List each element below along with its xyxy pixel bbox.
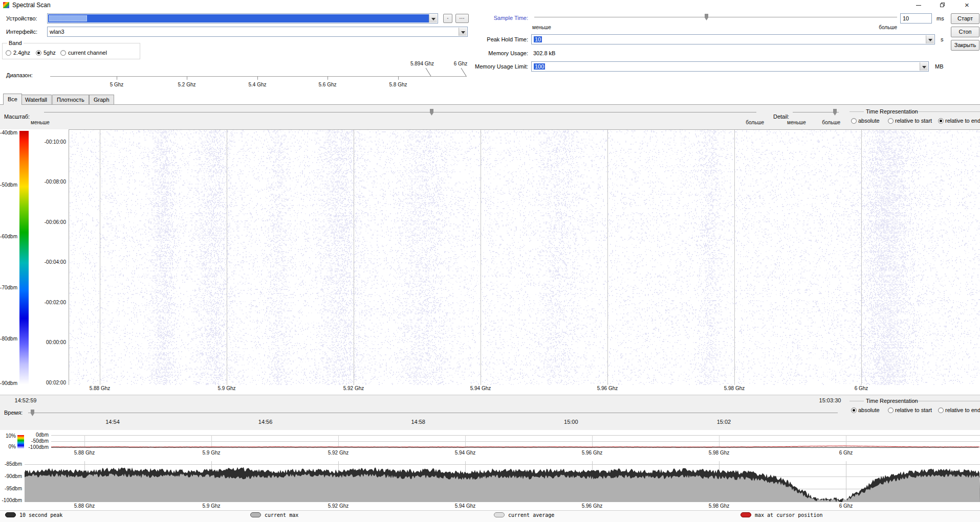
- sample-time-value: 10: [903, 15, 909, 21]
- tab-density[interactable]: Плотность: [52, 95, 89, 104]
- density-plot[interactable]: [51, 432, 980, 449]
- radio-top-absolute-label[interactable]: absolute: [858, 118, 880, 124]
- tab-waterfall[interactable]: Waterfall: [20, 95, 52, 104]
- density-freq-label: 6 Ghz: [825, 450, 866, 456]
- device-value: [49, 15, 87, 21]
- radio-bottom-relative-end-label[interactable]: relative to end: [945, 407, 980, 413]
- radio-top-relative-start-label[interactable]: relative to start: [895, 118, 932, 124]
- scale-more-label: больше: [742, 120, 764, 125]
- range-scale-tick-label: 5.4 Ghz: [237, 82, 278, 87]
- waterfall-time-label: 00:00:00: [30, 339, 66, 345]
- sample-time-slider-thumb[interactable]: [705, 14, 708, 20]
- range-tick: [117, 76, 117, 80]
- maximize-button[interactable]: [930, 0, 954, 10]
- scale-slider-track[interactable]: [44, 112, 756, 112]
- close-button[interactable]: Закрыть: [951, 40, 979, 51]
- memory-limit-dropdown-arrow[interactable]: [920, 62, 928, 71]
- radio-current-channel-label[interactable]: current channel: [68, 50, 107, 56]
- radio-top-relative-end-label[interactable]: relative to end: [945, 118, 980, 124]
- sample-time-value-field[interactable]: 10: [900, 13, 932, 24]
- range-scale-tick-label: 5 Ghz: [96, 82, 137, 87]
- waterfall-dbm-label: -40dbm: [0, 130, 17, 135]
- radio-5ghz-label[interactable]: 5ghz: [43, 50, 56, 56]
- waterfall-dbm-label: -70dbm: [0, 285, 17, 290]
- range-label: Диапазон:: [6, 72, 33, 78]
- tab-all[interactable]: Все: [3, 94, 22, 105]
- device-combobox[interactable]: [47, 13, 438, 24]
- radio-top-relative-start[interactable]: [888, 118, 894, 124]
- graph-freq-label: 5.96 Ghz: [572, 503, 613, 509]
- peak-hold-dropdown-arrow[interactable]: [926, 35, 934, 43]
- density-db-label: 0dbm: [27, 432, 49, 438]
- waterfall-time-label: 00:02:00: [30, 380, 66, 385]
- sample-time-slider-track[interactable]: [534, 17, 897, 17]
- density-db-label: -100dbm: [27, 444, 49, 450]
- waterfall-dbm-label: -90dbm: [0, 380, 17, 386]
- start-button[interactable]: Старт: [951, 13, 979, 24]
- waterfall-plot[interactable]: [69, 129, 980, 385]
- radio-5ghz[interactable]: [36, 50, 41, 56]
- peak-hold-combobox[interactable]: 10: [531, 34, 935, 44]
- spectrum-graph-plot[interactable]: [25, 461, 980, 502]
- minimize-button[interactable]: [907, 0, 930, 10]
- radio-top-relative-end[interactable]: [938, 118, 944, 124]
- radio-bottom-relative-end[interactable]: [938, 407, 944, 413]
- radio-bottom-absolute[interactable]: [851, 407, 857, 413]
- density-freq-label: 5.94 Ghz: [445, 450, 486, 456]
- range-scale-tick-label: 5.2 Ghz: [166, 82, 207, 87]
- memory-limit-combobox[interactable]: 100: [531, 61, 929, 72]
- peak-hold-value: 10: [534, 36, 542, 42]
- density-freq-label: 5.96 Ghz: [572, 450, 613, 456]
- interface-combobox[interactable]: wlan3: [47, 27, 468, 37]
- waterfall-time-label: -00:10:00: [30, 139, 66, 145]
- timeline-slider-track[interactable]: [28, 413, 838, 413]
- view-controls-strip: [0, 104, 980, 129]
- legend-label-max-cursor: max at cursor position: [755, 512, 822, 518]
- legend-bar: [0, 510, 980, 522]
- stop-button[interactable]: Стоп: [951, 27, 979, 37]
- timeline-tick-label: 14:54: [97, 419, 128, 425]
- waterfall-freq-label: 5.98 Ghz: [714, 385, 755, 391]
- minimize-icon: [916, 5, 921, 6]
- waterfall-freq-label: 5.9 Ghz: [206, 385, 247, 391]
- close-window-button[interactable]: ×: [954, 0, 980, 10]
- density-percent-bottom-label: 0%: [3, 444, 16, 449]
- memory-usage-label: Memory Usage:: [471, 50, 528, 56]
- interface-dropdown-arrow[interactable]: [459, 28, 467, 36]
- timeline-label: Время:: [4, 410, 23, 416]
- radio-2-4ghz-label[interactable]: 2.4ghz: [13, 50, 30, 56]
- waterfall-freq-label: 5.96 Ghz: [587, 385, 628, 391]
- timeline-tick-label: 14:56: [250, 419, 281, 425]
- device-list-button[interactable]: ▫▫▫: [455, 14, 469, 23]
- time-rep-bottom-label: Time Representation: [866, 398, 918, 404]
- density-freq-label: 5.9 Ghz: [191, 450, 232, 456]
- interface-value: wlan3: [50, 29, 64, 35]
- radio-bottom-relative-start-label[interactable]: relative to start: [895, 407, 932, 413]
- graph-freq-label: 5.92 Ghz: [318, 503, 359, 509]
- device-dropdown-arrow[interactable]: [429, 14, 437, 22]
- graph-db-label: -100dbm: [1, 497, 22, 503]
- graph-freq-label: 5.94 Ghz: [445, 503, 486, 509]
- radio-2-4ghz[interactable]: [6, 50, 11, 56]
- tab-graph[interactable]: Graph: [89, 95, 114, 104]
- range-scale-tick-label: 5.8 Ghz: [378, 82, 419, 87]
- waterfall-colorbar: [19, 131, 29, 384]
- time-rep-top-line: [850, 111, 864, 112]
- radio-bottom-relative-start[interactable]: [888, 407, 894, 413]
- radio-top-absolute[interactable]: [851, 118, 857, 124]
- radio-current-channel[interactable]: [60, 50, 66, 56]
- restore-icon: [940, 3, 945, 7]
- density-percent-top-label: 10%: [3, 433, 16, 439]
- app-icon: [3, 2, 9, 8]
- graph-freq-label: 5.98 Ghz: [699, 503, 739, 509]
- detail-slider-track[interactable]: [793, 112, 839, 112]
- time-rep-top-label: Time Representation: [866, 108, 918, 115]
- radio-bottom-absolute-label[interactable]: absolute: [858, 407, 880, 413]
- legend-swatch-max-cursor: [741, 512, 751, 517]
- legend-label-current-max: current max: [265, 512, 298, 518]
- scale-less-label: меньше: [31, 120, 53, 125]
- timeline-tick-label: 15:02: [708, 419, 739, 425]
- legend-swatch-current-average: [494, 512, 505, 517]
- device-info-button[interactable]: ▫: [443, 14, 452, 23]
- waterfall-dbm-label: -80dbm: [0, 336, 17, 342]
